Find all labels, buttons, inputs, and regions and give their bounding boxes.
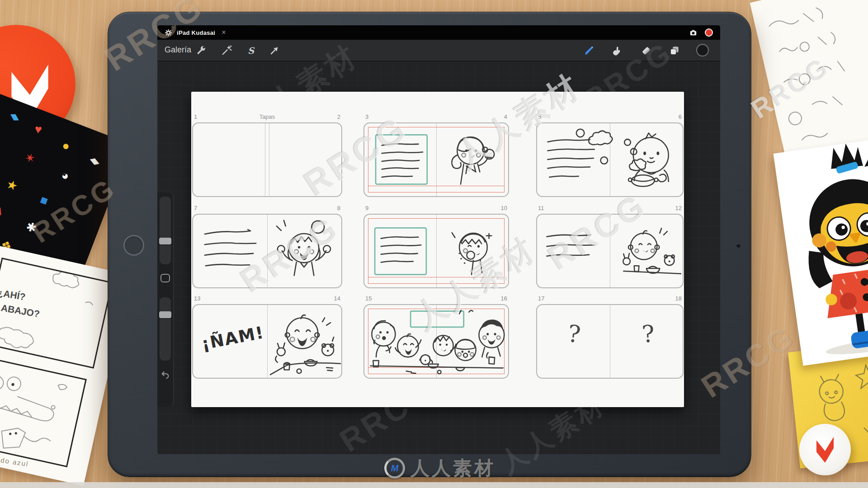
question-mark-sketch: ? [641,320,656,348]
sticker-icon: ● [0,136,1,150]
renren-logo-ring: M [384,458,405,479]
panel-number: 11 [538,205,544,211]
storyboard-spread-7-8[interactable]: 7 8 [192,214,342,288]
sticker-icon: ▰ [8,110,23,124]
storyboard-spread-11-12[interactable]: 11 12 [536,214,684,288]
sketch-text-and-girl-waving [364,123,508,196]
spread-spine [610,305,610,378]
sketch-textbox-and-girl-eating [364,215,508,287]
panel-number: 5 [538,113,541,120]
actions-wrench-icon[interactable] [195,45,207,56]
layers-icon[interactable] [669,45,680,56]
recorder-title: iPad Kudasai [177,29,215,36]
sticker-icon: ✶ [23,151,37,166]
sticker-icon: ■ [38,193,50,207]
storyboard-spread-13-14[interactable]: 13 14 ¡ÑAM! [192,304,342,379]
storyboard-spread-5-6[interactable]: 5 6 [536,122,684,197]
sticker-icon: ◕ [60,169,71,183]
sticker-icon: ✱ [24,220,38,235]
sketch-laughing-baby-with-toys [193,305,341,378]
sketch-panel-clouds: ¿AHÍ? ¿ABAJO? [0,258,113,369]
adjustments-wand-icon[interactable] [221,45,232,56]
brush-size-handle[interactable] [159,238,171,244]
drawing-canvas[interactable]: 1 Tapas 2 3 4 [191,92,684,407]
svg-text:S: S [248,46,255,56]
front-camera [736,244,741,248]
storyboard-spread-9-10[interactable]: 9 10 [363,214,509,288]
crocodile-sketch [0,356,85,466]
modify-button[interactable] [160,274,170,282]
gallery-button[interactable]: Galería [165,45,191,55]
girl-character-illustration [774,134,868,366]
panel-number: 17 [538,295,544,302]
panel-number: 3 [365,113,368,120]
panel-number: 12 [675,205,682,211]
sticker-icon: ★ [5,178,19,193]
panel-number: 4 [504,113,507,120]
storyboard-spread-3-4[interactable]: 3 4 [363,122,509,197]
sketch-text-and-baby-at-table [537,215,683,287]
girl-illustration-card [774,134,868,366]
sketch-text-and-girl-with-ball [193,215,341,287]
smudge-tool-icon[interactable] [611,45,623,56]
opacity-handle[interactable] [159,311,171,318]
storyboard-spread-15-16[interactable]: 15 16 [363,304,509,379]
brush-tool-icon[interactable] [583,45,595,56]
desk-edge-strip [0,482,868,488]
panel-number: 13 [194,295,200,302]
home-button[interactable] [123,235,144,256]
renren-logo-text: 人人素材 [410,455,495,481]
panel-number: 2 [337,113,340,120]
panel-number: 10 [501,205,507,211]
selection-icon[interactable]: S [245,45,257,56]
sketch-text-and-steaming-pot [537,123,683,196]
panel-number: 16 [501,295,507,302]
record-button[interactable] [705,28,713,37]
white-circle-logo [799,424,851,475]
panel-number: 15 [365,295,372,302]
procreate-toolbar: Galería S [157,40,720,61]
undo-icon[interactable] [160,370,170,380]
gear-icon[interactable] [165,29,172,37]
panel-number: 6 [679,113,682,120]
color-swatch[interactable] [696,44,709,56]
opacity-slider[interactable] [160,297,171,361]
brush-size-slider[interactable] [160,197,171,264]
spread-title-tapas: Tapas [193,113,341,120]
renren-logo-letter: M [391,463,399,474]
panel-number: 18 [675,295,682,302]
camera-icon[interactable] [689,29,698,37]
panel-number: 9 [365,205,368,211]
sketch-family-dinner-scene [364,305,508,378]
ipad-device: iPad Kudasai × Galería [108,12,751,477]
spread-spine [265,123,265,196]
desk-scene: ▰ ♥ ● ▰ ● ✶ ◕ ▲ ★ ■ ● ▲ ✱ ● ❖ ◆ ● ▮ ¿AHÍ… [0,0,868,488]
sticker-icon: ▲ [0,202,7,218]
ipad-screen: iPad Kudasai × Galería [157,25,720,454]
spread-spine [269,123,269,196]
procreate-sidebar [157,192,174,407]
panel-number: 14 [334,295,340,302]
sticker-icon: ● [60,139,71,153]
sticker-icon: ♥ [34,123,42,136]
sticker-icon: ▰ [87,154,103,169]
close-icon[interactable]: × [222,29,226,36]
transform-arrow-icon[interactable] [269,45,280,56]
recorder-titlebar: iPad Kudasai × [157,25,720,40]
storyboard-spread-1-2[interactable]: 1 Tapas 2 [192,122,342,197]
renren-sucai-logo: M 人人素材 [384,455,495,481]
panel-number: 7 [194,205,197,211]
panel-number: 8 [337,205,340,211]
storyboard-spread-17-18[interactable]: 17 18 ? ? [536,304,684,379]
eraser-tool-icon[interactable] [640,45,652,56]
chevron-logo-icon [814,436,836,464]
procreate-workspace: 1 Tapas 2 3 4 [157,61,720,454]
question-mark-sketch: ? [566,320,582,348]
sketch-panel-crocodile [0,354,87,467]
